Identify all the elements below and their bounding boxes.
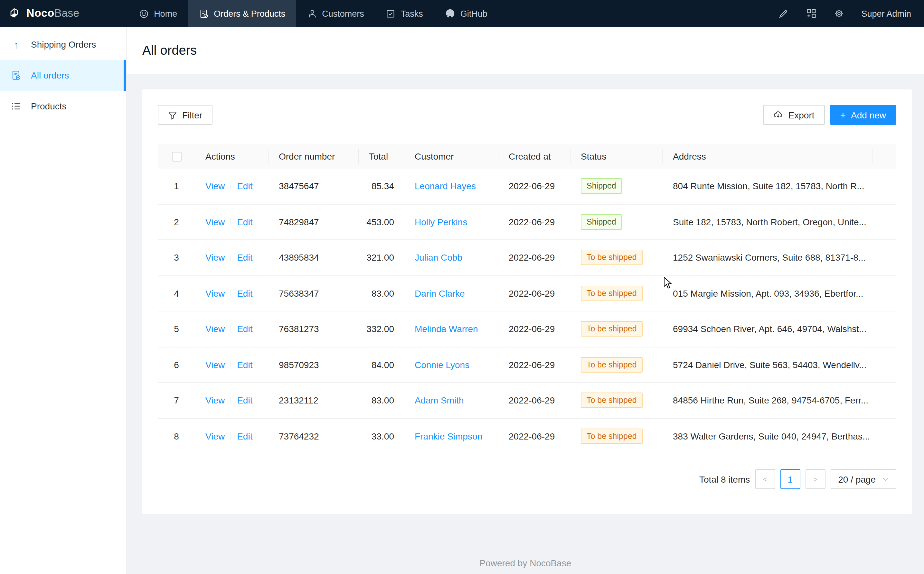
export-button[interactable]: Export — [763, 105, 825, 125]
select-all-checkbox[interactable] — [172, 151, 181, 161]
address-cell: Suite 182, 15783, North Robert, Oregon, … — [663, 217, 872, 227]
edit-link[interactable]: Edit — [237, 217, 253, 227]
table-row[interactable]: 5 ViewEdit 76381273 332.00 Melinda Warre… — [158, 311, 896, 347]
add-new-button-label: Add new — [851, 110, 886, 120]
created-at-cell: 2022-06-29 — [498, 396, 570, 406]
cloud-download-icon — [774, 110, 783, 120]
settings-gear-icon[interactable] — [834, 8, 844, 19]
table-header-row: Actions Order number Total Customer Crea… — [158, 144, 896, 169]
customer-link[interactable]: Adam Smith — [415, 396, 464, 406]
orders-table: Actions Order number Total Customer Crea… — [158, 144, 896, 454]
address-cell: 5724 Daniel Drive, Suite 563, 54403, Wen… — [663, 360, 872, 370]
created-at-cell: 2022-06-29 — [498, 181, 570, 191]
edit-link[interactable]: Edit — [237, 324, 253, 334]
filter-button[interactable]: Filter — [158, 105, 213, 125]
customer-link[interactable]: Leonard Hayes — [415, 181, 476, 191]
edit-link[interactable]: Edit — [237, 360, 253, 370]
nav-tab-label: GitHub — [460, 9, 487, 18]
row-actions: ViewEdit — [195, 288, 269, 299]
add-new-button[interactable]: + Add new — [830, 105, 897, 125]
total-cell: 84.00 — [359, 360, 404, 370]
ui-editor-highlighter-icon[interactable] — [778, 8, 788, 19]
row-index: 4 — [158, 288, 195, 299]
created-at-cell: 2022-06-29 — [498, 288, 570, 299]
actions-divider — [231, 325, 231, 334]
sidebar-item-label: All orders — [31, 70, 69, 80]
table-row[interactable]: 8 ViewEdit 73764232 33.00 Frankie Simpso… — [158, 419, 896, 454]
order-number-cell: 76381273 — [269, 324, 359, 334]
order-number-cell: 38475647 — [269, 181, 359, 191]
pagination-prev-button[interactable]: < — [755, 469, 775, 489]
status-cell: To be shipped — [570, 357, 663, 372]
pagination-next-button[interactable]: > — [805, 469, 825, 489]
table-row[interactable]: 1 ViewEdit 38475647 85.34 Leonard Hayes … — [158, 169, 896, 204]
table-row[interactable]: 6 ViewEdit 98570923 84.00 Connie Lyons 2… — [158, 347, 896, 383]
total-cell: 321.00 — [359, 252, 404, 263]
row-actions: ViewEdit — [195, 360, 269, 370]
column-header-address: Address — [663, 144, 872, 169]
customer-link[interactable]: Melinda Warren — [415, 324, 478, 334]
table-row[interactable]: 4 ViewEdit 75638347 83.00 Darin Clarke 2… — [158, 276, 896, 311]
row-actions: ViewEdit — [195, 252, 269, 263]
nav-tab-label: Orders & Products — [214, 9, 285, 18]
customers-person-icon — [307, 9, 317, 18]
nav-tab-github[interactable]: GitHub — [434, 0, 498, 27]
nocobase-logo[interactable]: NocoBase — [0, 0, 88, 27]
sidebar-item-all-orders[interactable]: All orders — [0, 60, 126, 91]
pagination: Total 8 items < 1 > 20 / page — [142, 469, 912, 489]
address-cell: 84856 Hirthe Run, Suite 268, 94754-6705,… — [663, 396, 872, 406]
customer-link[interactable]: Frankie Simpson — [415, 431, 482, 442]
user-menu[interactable]: Super Admin — [861, 9, 911, 18]
view-link[interactable]: View — [205, 360, 225, 370]
view-link[interactable]: View — [205, 181, 225, 191]
actions-divider — [231, 183, 231, 191]
edit-link[interactable]: Edit — [237, 431, 253, 442]
customer-cell: Connie Lyons — [404, 360, 498, 370]
filter-button-label: Filter — [182, 110, 202, 120]
view-link[interactable]: View — [205, 288, 225, 299]
powered-by-footer: Powered by NocoBase — [127, 558, 924, 568]
customer-link[interactable]: Holly Perkins — [415, 217, 467, 227]
total-cell: 453.00 — [359, 217, 404, 227]
plugin-blocks-icon[interactable] — [806, 8, 816, 19]
table-row[interactable]: 2 ViewEdit 74829847 453.00 Holly Perkins… — [158, 204, 896, 240]
customer-link[interactable]: Julian Cobb — [415, 252, 462, 263]
status-cell: To be shipped — [570, 286, 663, 301]
nav-tab-customers[interactable]: Customers — [296, 0, 375, 27]
column-header-spacer — [872, 144, 897, 169]
status-badge: To be shipped — [581, 357, 643, 372]
mouse-cursor — [663, 277, 672, 292]
nav-tab-tasks[interactable]: Tasks — [375, 0, 434, 27]
nav-tab-home[interactable]: Home — [128, 0, 188, 27]
address-cell: 804 Runte Mission, Suite 182, 15783, Nor… — [663, 181, 872, 191]
table-row[interactable]: 7 ViewEdit 23132112 83.00 Adam Smith 202… — [158, 383, 896, 419]
sidebar-item-shipping-orders[interactable]: ↑ Shipping Orders — [0, 29, 126, 60]
view-link[interactable]: View — [205, 431, 225, 442]
address-cell: 1252 Swaniawski Corners, Suite 688, 8137… — [663, 252, 872, 263]
created-at-cell: 2022-06-29 — [498, 360, 570, 370]
top-navbar: NocoBase Home — [0, 0, 924, 27]
edit-link[interactable]: Edit — [237, 288, 253, 299]
status-cell: To be shipped — [570, 250, 663, 265]
customer-cell: Melinda Warren — [404, 324, 498, 334]
home-smiley-icon — [139, 9, 149, 18]
customer-link[interactable]: Connie Lyons — [415, 360, 469, 370]
view-link[interactable]: View — [205, 252, 225, 263]
view-link[interactable]: View — [205, 217, 225, 227]
edit-link[interactable]: Edit — [237, 252, 253, 263]
page-size-select[interactable]: 20 / page — [830, 469, 896, 489]
customer-link[interactable]: Darin Clarke — [415, 288, 465, 299]
order-number-cell: 98570923 — [269, 360, 359, 370]
view-link[interactable]: View — [205, 324, 225, 334]
edit-link[interactable]: Edit — [237, 181, 253, 191]
nav-tab-orders-products[interactable]: Orders & Products — [188, 0, 296, 27]
sidebar-item-products[interactable]: Products — [0, 91, 126, 121]
table-row[interactable]: 3 ViewEdit 43895834 321.00 Julian Cobb 2… — [158, 240, 896, 276]
row-actions: ViewEdit — [195, 431, 269, 442]
edit-link[interactable]: Edit — [237, 396, 253, 406]
chevron-left-icon: < — [763, 475, 767, 484]
row-index: 3 — [158, 252, 195, 263]
pagination-page-1[interactable]: 1 — [780, 469, 800, 489]
actions-divider — [231, 432, 231, 441]
view-link[interactable]: View — [205, 396, 225, 406]
